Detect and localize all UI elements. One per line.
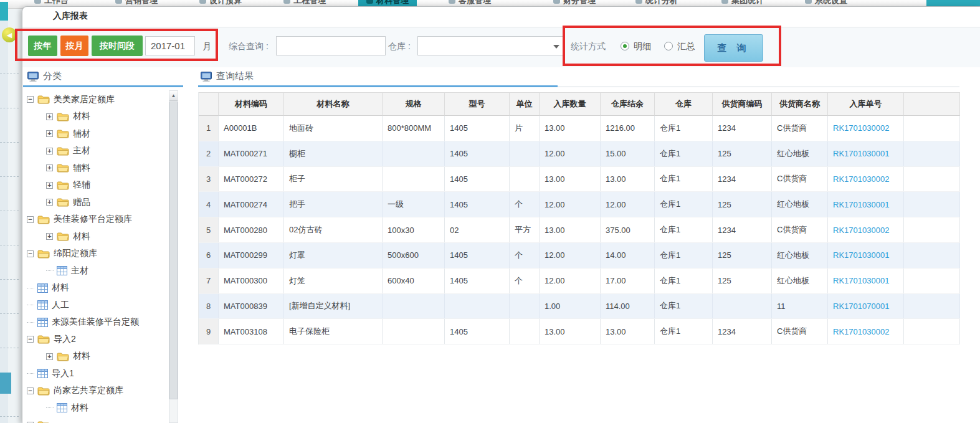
expand-icon[interactable]: + [46,199,53,206]
row-number-cell: 3 [199,167,219,192]
table-icon [37,369,48,378]
table-icon [37,318,48,327]
inbound-order-link[interactable]: RK1701030002 [828,217,904,242]
tree-section-title: 分类 [43,70,62,82]
tree-section-header: 分类 [27,70,62,82]
table-cell: 仓库1 [655,192,713,217]
combined-query-input[interactable] [276,36,386,55]
table-cell: 12.00 [540,269,601,293]
tree-item-美美家居定额库[interactable]: −美美家居定额库 [23,91,168,108]
table-cell: 1405 [445,167,510,192]
expand-icon[interactable]: + [46,353,53,360]
inbound-order-link[interactable]: RK1701030002 [828,319,904,344]
table-row[interactable]: 1A00001B地面砖800*800MM1405片13.001216.00仓库1… [199,116,960,141]
table-cell [904,319,960,344]
expand-icon[interactable]: + [46,113,53,120]
table-row[interactable]: 4MAT000274把手一级1405个12.0012.00仓库1125红心地板R… [199,192,960,217]
tree-item-导入1[interactable]: 导入1 [23,365,168,383]
tree-item-label: 主材 [71,265,88,277]
tree-item-主材[interactable]: 主材 [23,262,168,280]
tree-item-材料[interactable]: 材料 [23,280,168,297]
table-cell: MAT000300 [219,269,284,293]
inbound-order-link[interactable]: RK1701030001 [828,141,904,166]
teal-corner-block [0,2,8,21]
table-cell: 个 [510,243,540,268]
tree-scrollbar-thumb[interactable] [169,102,178,399]
table-cell: 15.00 [601,141,655,166]
inbound-order-link[interactable]: RK1701030001 [828,243,904,268]
warehouse-select[interactable] [417,36,564,55]
divider [0,142,19,143]
tree-item-材料[interactable]: +材料 [23,228,168,245]
folder-icon [57,146,69,156]
collapse-icon[interactable]: − [27,387,34,394]
table-cell: 125 [713,141,772,166]
table-row[interactable]: 3MAT000272柜子140513.0013.00仓库11234C供货商RK1… [199,167,960,192]
tree-item-绵阳定额库[interactable]: −绵阳定额库 [23,245,168,263]
tree-connector [46,270,54,271]
menu-item-label: 工程管理 [293,0,326,5]
table-cell: 把手 [284,192,383,217]
tree-item-尚家艺共享定额库[interactable]: −尚家艺共享定额库 [23,383,168,400]
tree-connector [27,305,34,305]
teal-left-block [0,373,11,394]
column-header: 供货商编码 [713,92,772,116]
table-cell: 仓库1 [655,167,713,192]
tree-item-人工[interactable]: 人工 [23,297,168,314]
tree-item-材料[interactable]: +材料 [23,108,168,126]
expand-icon[interactable]: + [46,182,53,189]
row-number-cell: 9 [199,319,219,344]
collapse-icon[interactable]: − [27,250,34,257]
tree-item-label: 轻辅 [73,179,90,191]
table-row[interactable]: 8MAT000839[新增自定义材料]1.00114.00仓库111RK1701… [199,294,960,320]
expand-icon[interactable]: + [46,130,53,137]
collapse-icon[interactable]: − [27,216,34,223]
tree-item-材料[interactable]: +材料 [23,348,168,366]
menu-item-label: 设计预算 [209,0,242,5]
inbound-order-link[interactable]: RK1701030001 [828,269,904,293]
results-section-header: 查询结果 [201,70,254,82]
tree-item-材料[interactable]: 材料 [23,399,168,417]
table-row[interactable]: 5MAT00028002仿古砖100x3002平方13.00375.00仓库11… [199,217,960,243]
collapse-icon[interactable]: − [27,336,34,343]
table-row[interactable]: 7MAT000300灯笼600x401405个12.0017.00仓库1125红… [199,269,960,294]
tree-item-美佳装修平台定额库[interactable]: −美佳装修平台定额库 [23,211,168,229]
collapse-icon[interactable]: − [27,96,34,103]
tree-item-辅料[interactable]: +辅料 [23,159,168,177]
table-cell: 125 [713,269,772,293]
tree-item-来源美佳装修平台定额[interactable]: 来源美佳装修平台定额 [23,314,168,331]
tree-item-导入2[interactable]: −导入2 [23,331,168,348]
folder-icon [37,95,50,104]
divider [0,74,19,74]
tree-item-label: 辅料 [73,163,90,174]
table-cell: 600x40 [383,269,445,293]
left-background-strip [8,0,22,423]
inbound-order-link[interactable]: RK1701030002 [828,167,904,192]
tree-item-赠品[interactable]: +赠品 [23,194,168,211]
table-cell: 17.00 [601,269,655,293]
table-cell: 12.00 [601,192,655,217]
menu-item-label: 营销管理 [125,0,158,5]
table-row[interactable]: 9MAT003108电子保险柜140513.0013.00仓库11234C供货商… [199,319,960,345]
tree-item-辅材[interactable]: +辅材 [23,125,168,143]
tree-item[interactable]: + [23,417,168,423]
tree-connector [27,373,34,374]
inbound-order-link[interactable]: RK1701030002 [828,116,904,141]
table-cell: MAT000274 [219,192,284,217]
tree-item-label: 绵阳定额库 [54,248,97,259]
tree-item-label: 材料 [71,402,88,414]
table-row[interactable]: 2MAT000271橱柜140512.0015.00仓库1125红心地板RK17… [199,141,960,167]
tree-item-主材[interactable]: +主材 [23,143,168,160]
tree-item-轻辅[interactable]: +轻辅 [23,177,168,194]
table-cell: 1405 [445,243,510,268]
expand-icon[interactable]: + [46,148,53,154]
scroll-up-icon[interactable]: ▲ [169,91,178,101]
tree-scrollbar[interactable]: ▲ [169,90,178,423]
divider [0,279,19,280]
inbound-order-link[interactable]: RK1701030001 [828,192,904,217]
expand-icon[interactable]: + [46,233,53,240]
tree-item-label: 材料 [73,231,90,242]
table-row[interactable]: 6MAT000299灯罩500x6001405个12.0014.00仓库1125… [199,243,960,269]
expand-icon[interactable]: + [46,164,53,171]
inbound-order-link[interactable]: RK1701070001 [828,294,904,319]
